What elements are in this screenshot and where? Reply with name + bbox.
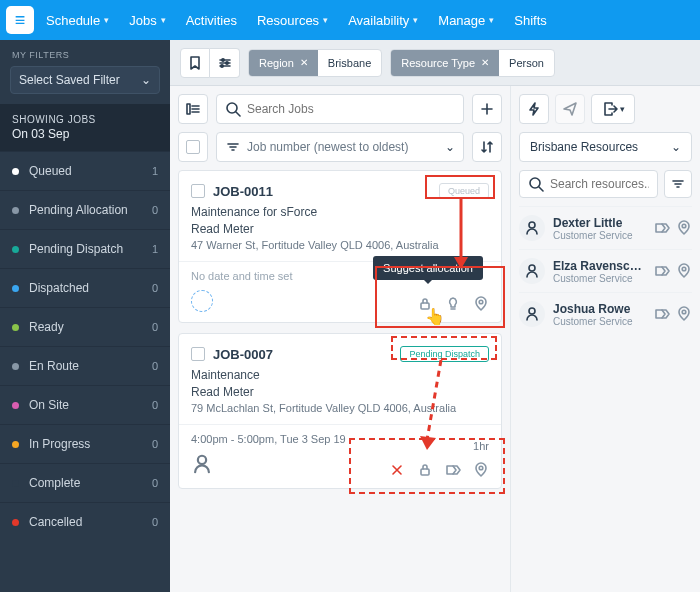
- add-job-button[interactable]: [472, 94, 502, 124]
- nav-resources[interactable]: Resources▾: [249, 13, 336, 28]
- chevron-down-icon: ⌄: [141, 73, 151, 87]
- chevron-down-icon: ▾: [323, 15, 328, 25]
- resource-row[interactable]: Joshua RoweCustomer Service: [519, 292, 692, 335]
- assignee-icon[interactable]: [191, 453, 213, 475]
- close-icon[interactable]: ✕: [300, 57, 308, 68]
- saved-filter-label: Select Saved Filter: [19, 73, 120, 87]
- dispatch-icon[interactable]: [654, 263, 670, 279]
- lock-icon[interactable]: [417, 296, 433, 312]
- sidebar-item[interactable]: Ready0: [0, 307, 170, 346]
- sidebar-item-label: Ready: [29, 320, 142, 334]
- dispatch-icon[interactable]: [445, 462, 461, 478]
- sidebar-item[interactable]: En Route0: [0, 346, 170, 385]
- pin-icon[interactable]: [676, 263, 692, 279]
- bookmark-button[interactable]: [180, 48, 210, 78]
- nav-schedule[interactable]: Schedule▾: [38, 13, 117, 28]
- select-all-checkbox[interactable]: [178, 132, 208, 162]
- status-dot-icon: [12, 441, 19, 448]
- status-dot-icon: [12, 168, 19, 175]
- cancel-icon[interactable]: [389, 462, 405, 478]
- status-dot-icon: [12, 324, 19, 331]
- job-duration: 1hr: [389, 440, 489, 452]
- status-dot-icon: [12, 285, 19, 292]
- resources-select[interactable]: Brisbane Resources⌄: [519, 132, 692, 162]
- job-card[interactable]: JOB-0011 Queued Maintenance for sForce R…: [178, 170, 502, 323]
- sidebar-item-count: 0: [152, 477, 158, 489]
- status-dot-icon: [12, 363, 19, 370]
- status-dot-icon: [12, 207, 19, 214]
- sidebar-item[interactable]: Queued1: [0, 151, 170, 190]
- sidebar-item-label: En Route: [29, 359, 142, 373]
- sidebar-item[interactable]: On Site0: [0, 385, 170, 424]
- sidebar-item-count: 1: [152, 165, 158, 177]
- resource-row[interactable]: Dexter LittleCustomer Service: [519, 206, 692, 249]
- job-address: 47 Warner St, Fortitude Valley QLD 4006,…: [191, 239, 489, 251]
- nav-activities[interactable]: Activities: [178, 13, 245, 28]
- search-resources-input[interactable]: [550, 177, 649, 191]
- chevron-down-icon: ▾: [489, 15, 494, 25]
- nav-jobs[interactable]: Jobs▾: [121, 13, 173, 28]
- chevron-down-icon: ▾: [161, 15, 166, 25]
- showing-date: On 03 Sep: [12, 127, 158, 141]
- sidebar-item-count: 0: [152, 438, 158, 450]
- search-resources[interactable]: [519, 170, 658, 198]
- filter-settings-button[interactable]: [210, 48, 240, 78]
- logout-button[interactable]: ▾: [591, 94, 635, 124]
- sidebar-item[interactable]: Dispatched0: [0, 268, 170, 307]
- nav-manage[interactable]: Manage▾: [430, 13, 502, 28]
- pin-icon[interactable]: [473, 462, 489, 478]
- resource-row[interactable]: Elza RavenscroftCustomer Service: [519, 249, 692, 292]
- job-address: 79 McLachlan St, Fortitude Valley QLD 40…: [191, 402, 489, 414]
- sort-direction-button[interactable]: [472, 132, 502, 162]
- job-checkbox[interactable]: [191, 347, 205, 361]
- status-badge: Queued: [439, 183, 489, 199]
- sidebar-item-count: 0: [152, 321, 158, 333]
- status-dot-icon: [12, 480, 19, 487]
- sidebar-item-label: Cancelled: [29, 515, 142, 529]
- close-icon[interactable]: ✕: [481, 57, 489, 68]
- sidebar-item-label: On Site: [29, 398, 142, 412]
- resource-filter-button[interactable]: [664, 170, 692, 198]
- search-jobs-input[interactable]: [247, 102, 455, 116]
- nav-shifts[interactable]: Shifts: [506, 13, 555, 28]
- chevron-down-icon: ⌄: [445, 140, 455, 154]
- avatar: [519, 258, 545, 284]
- job-title: Maintenance for sForce: [191, 205, 489, 219]
- sidebar-item-label: Dispatched: [29, 281, 142, 295]
- quick-action-button[interactable]: [519, 94, 549, 124]
- send-button[interactable]: [555, 94, 585, 124]
- lock-icon[interactable]: [417, 462, 433, 478]
- sidebar-item-count: 0: [152, 360, 158, 372]
- sort-icon: [225, 139, 241, 155]
- showing-jobs: SHOWING JOBS On 03 Sep: [0, 104, 170, 151]
- pin-icon[interactable]: [676, 220, 692, 236]
- nav-availability[interactable]: Availability▾: [340, 13, 426, 28]
- filter-chip-region[interactable]: Region✕ Brisbane: [248, 49, 382, 77]
- sidebar-item-count: 0: [152, 516, 158, 528]
- sidebar-item-label: Complete: [29, 476, 142, 490]
- job-card[interactable]: JOB-0007 Pending Dispatch Maintenance Re…: [178, 333, 502, 489]
- dispatch-icon[interactable]: [654, 220, 670, 236]
- pin-icon[interactable]: [473, 296, 489, 312]
- sidebar-item[interactable]: Pending Dispatch1: [0, 229, 170, 268]
- bulb-icon[interactable]: [445, 296, 461, 312]
- list-view-toggle[interactable]: [178, 94, 208, 124]
- tooltip: Suggest allocation: [373, 256, 483, 280]
- search-jobs[interactable]: [216, 94, 464, 124]
- filter-chip-resource-type[interactable]: Resource Type✕ Person: [390, 49, 555, 77]
- pin-icon[interactable]: [676, 306, 692, 322]
- sidebar-item-label: Queued: [29, 164, 142, 178]
- sidebar-item[interactable]: Cancelled0: [0, 502, 170, 541]
- saved-filter-select[interactable]: Select Saved Filter ⌄: [10, 66, 160, 94]
- sidebar-item[interactable]: Complete0: [0, 463, 170, 502]
- job-title: Maintenance: [191, 368, 489, 382]
- sort-select[interactable]: Job number (newest to oldest) ⌄: [216, 132, 464, 162]
- dispatch-icon[interactable]: [654, 306, 670, 322]
- resource-name: Elza Ravenscroft: [553, 259, 646, 273]
- search-icon: [528, 176, 544, 192]
- sidebar-item[interactable]: In Progress0: [0, 424, 170, 463]
- sidebar-item[interactable]: Pending Allocation0: [0, 190, 170, 229]
- unassigned-icon[interactable]: [191, 290, 213, 312]
- job-checkbox[interactable]: [191, 184, 205, 198]
- my-filters-label: MY FILTERS: [0, 40, 170, 66]
